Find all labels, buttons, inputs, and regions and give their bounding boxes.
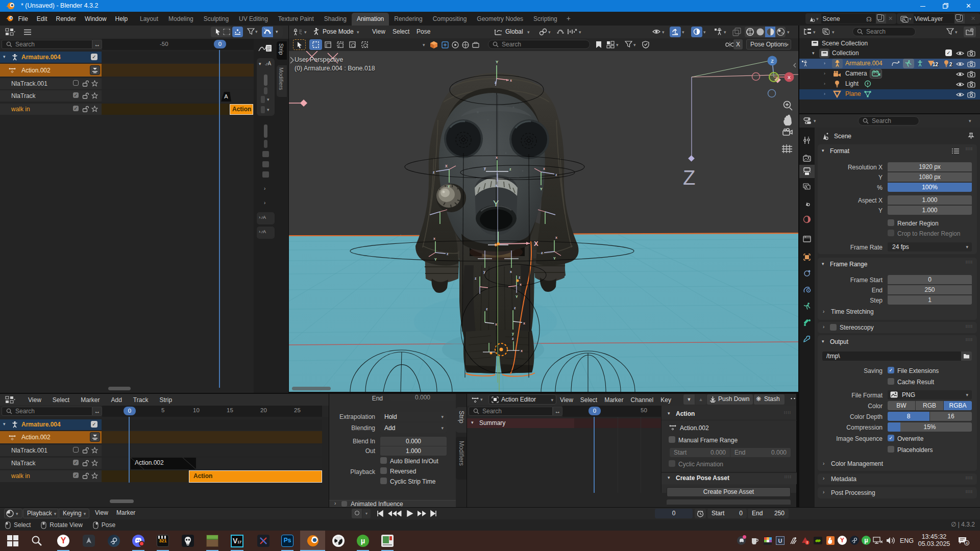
svg-text:z: z <box>509 167 511 171</box>
svg-text:Y: Y <box>496 60 499 64</box>
svg-text:x: x <box>543 167 545 170</box>
svg-text:y: y <box>483 270 485 274</box>
svg-text:y: y <box>484 166 486 170</box>
svg-text:z: z <box>475 277 477 280</box>
svg-text:Y: Y <box>516 295 518 298</box>
svg-text:x: x <box>496 156 498 159</box>
svg-text:x: x <box>555 236 557 239</box>
svg-text:Y: Y <box>493 199 499 209</box>
svg-text:x: x <box>521 349 523 353</box>
svg-text:x: x <box>510 270 512 273</box>
svg-text:z: z <box>433 170 435 174</box>
svg-text:Y: Y <box>434 258 437 261</box>
svg-text:z: z <box>486 307 488 311</box>
svg-text:x: x <box>523 321 525 325</box>
svg-text:x: x <box>433 237 435 240</box>
svg-text:Z: Z <box>683 166 695 189</box>
svg-text:X: X <box>534 240 538 247</box>
svg-text:z: z <box>495 81 497 84</box>
svg-text:4: 4 <box>966 541 968 545</box>
svg-text:y: y <box>512 332 514 336</box>
svg-text:z: z <box>514 306 516 310</box>
svg-text:Y: Y <box>540 187 543 191</box>
svg-text:x: x <box>520 283 522 286</box>
svg-text:x: x <box>510 79 512 82</box>
svg-text:x: x <box>495 322 497 326</box>
svg-text:X: X <box>445 164 448 168</box>
svg-text:z: z <box>447 252 449 256</box>
svg-text:z: z <box>555 173 557 177</box>
svg-text:z: z <box>541 251 543 255</box>
svg-text:Z: Z <box>771 59 774 64</box>
svg-text:X: X <box>788 75 791 80</box>
svg-text:Y: Y <box>553 257 556 260</box>
svg-text:z: z <box>519 276 521 279</box>
svg-text:!: ! <box>806 540 808 545</box>
svg-text:z: z <box>512 337 514 340</box>
svg-text:Y: Y <box>448 185 450 188</box>
